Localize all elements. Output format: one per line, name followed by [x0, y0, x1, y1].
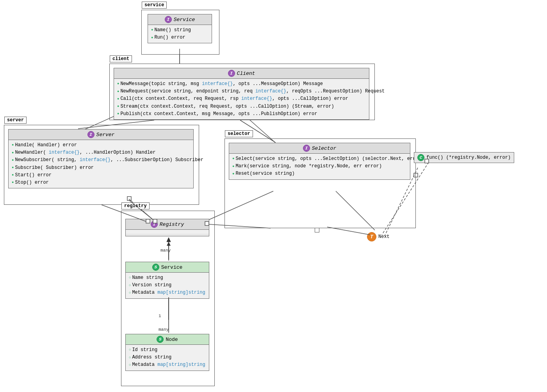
- selector-method-1: ● Select(service string, opts ...SelectO…: [232, 155, 407, 163]
- many-label-1: many: [160, 248, 171, 253]
- selector-class-header: I Selector: [229, 143, 410, 154]
- service-class-name: Service: [174, 17, 195, 23]
- service-class-body: ● Name() string ● Run() error: [148, 25, 212, 43]
- service-class-icon: I: [165, 16, 172, 23]
- service-field-1: ○ Name string: [129, 274, 206, 282]
- client-class-header: I Client: [114, 68, 369, 79]
- registry-class-body: [126, 230, 209, 234]
- node-class-header: S Node: [126, 334, 209, 345]
- func-icon: C: [417, 154, 424, 161]
- service-struct-body: ○ Name string ○ Version string ○ Metadat…: [126, 273, 209, 298]
- server-method-1: ● Handle( Handler) error: [12, 142, 190, 149]
- client-method-3: ● Call(ctx context.Context, req Request,…: [117, 95, 366, 103]
- service-field-3: ○ Metadata map[string]string: [129, 289, 206, 296]
- registry-class-header: I Registry: [126, 219, 209, 230]
- server-method-3: ● NewSubscriber( string, interface{}, ..…: [12, 156, 190, 164]
- func-box: C func() (*registry.Node, error): [414, 152, 514, 163]
- selector-package-tab: selector: [225, 130, 253, 137]
- selector-class: I Selector ● Select(service string, opts…: [229, 143, 410, 180]
- registry-package: registry I Registry many S Service ○ Nam…: [121, 211, 215, 386]
- service-package-tab: service: [142, 2, 167, 9]
- client-class: I Client ● NewMessage(topic string, msg …: [114, 68, 369, 120]
- server-method-2: ● NewHandler( interface{}, ...HandlerOpt…: [12, 149, 190, 156]
- server-method-5: ● Start() error: [12, 172, 190, 179]
- client-method-2: ● NewRequest(service string, endpoint st…: [117, 88, 366, 95]
- client-package-tab: client: [110, 55, 132, 62]
- selector-package: selector I Selector ● Select(service str…: [225, 138, 416, 228]
- server-package-tab: server: [4, 117, 27, 124]
- registry-icon: I: [151, 221, 158, 228]
- registry-package-tab: registry: [121, 202, 150, 209]
- diagram-container: service I Service ● Name() string ● Run(…: [0, 0, 547, 392]
- client-class-icon: I: [228, 70, 235, 77]
- node-class: S Node ○ Id string ○ Address string ○ Me…: [125, 334, 209, 371]
- service-struct-class: S Service ○ Name string ○ Version string…: [125, 262, 209, 299]
- service-tab-label: service: [144, 2, 164, 8]
- client-method-1: ● NewMessage(topic string, msg interface…: [117, 80, 366, 88]
- service-method-2: ● Run() error: [151, 34, 208, 41]
- node-icon: S: [157, 336, 164, 343]
- client-package: client I Client ● NewMessage(topic strin…: [109, 64, 375, 120]
- node-field-1: ○ Id string: [129, 346, 206, 354]
- server-class-body: ● Handle( Handler) error ● NewHandler( i…: [9, 140, 193, 188]
- server-class-icon: I: [87, 131, 94, 138]
- server-class: I Server ● Handle( Handler) error ● NewH…: [8, 129, 194, 188]
- server-method-6: ● Stop() error: [12, 179, 190, 186]
- service-field-2: ○ Version string: [129, 282, 206, 289]
- many-label-2: many: [159, 327, 169, 332]
- selector-class-body: ● Select(service string, opts ...SelectO…: [229, 154, 410, 179]
- service-package: service I Service ● Name() string ● Run(…: [141, 10, 219, 55]
- selector-class-icon: I: [303, 145, 310, 152]
- registry-class: I Registry: [125, 219, 209, 236]
- client-method-4: ● Stream(ctx context.Context, req Reques…: [117, 103, 366, 110]
- server-class-header: I Server: [9, 129, 193, 140]
- client-class-body: ● NewMessage(topic string, msg interface…: [114, 79, 369, 119]
- service-struct-icon: S: [152, 264, 159, 271]
- selector-connector: [315, 228, 319, 232]
- svg-line-21: [327, 227, 370, 235]
- next-icon: T: [367, 232, 376, 241]
- next-circle: T Next: [367, 232, 390, 241]
- selector-method-3: ● Reset(service string): [232, 170, 407, 177]
- service-class: I Service ● Name() string ● Run() error: [148, 14, 212, 43]
- one-label: 1: [159, 314, 161, 318]
- client-method-5: ● Publish(ctx context.Context, msg Messa…: [117, 110, 366, 118]
- service-struct-header: S Service: [126, 262, 209, 273]
- server-method-4: ● Subscribe( Subscriber) error: [12, 164, 190, 172]
- service-method-1: ● Name() string: [151, 27, 208, 34]
- server-package: server I Server ● Handle( Handler) error…: [4, 125, 199, 205]
- service-class-header: I Service: [148, 14, 212, 25]
- node-field-3: ○ Metadata map[string]string: [129, 361, 206, 369]
- node-field-2: ○ Address string: [129, 354, 206, 361]
- node-class-body: ○ Id string ○ Address string ○ Metadata …: [126, 345, 209, 371]
- selector-method-2: ● Mark(service string, node *registry.No…: [232, 163, 407, 170]
